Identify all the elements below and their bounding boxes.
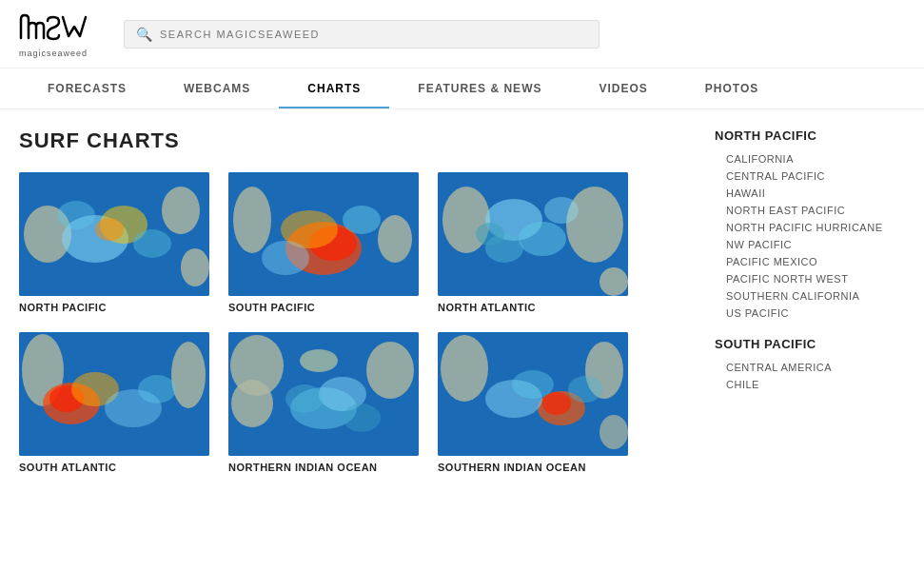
chart-item-southern-indian[interactable]: SOUTHERN INDIAN OCEAN (438, 332, 628, 473)
page-title: SURF CHARTS (19, 128, 686, 153)
svg-point-18 (566, 187, 623, 263)
sidebar-link-chile[interactable]: CHILE (715, 376, 905, 393)
svg-point-10 (233, 187, 271, 253)
charts-content: SURF CHARTS (19, 128, 686, 473)
sidebar-link-north-pacific-hurricane[interactable]: NORTH PACIFIC HURRICANE (715, 219, 905, 236)
search-bar[interactable]: 🔍 (124, 20, 600, 49)
logo-subtitle: magicseaweed (19, 49, 88, 58)
chart-item-south-atlantic[interactable]: SOUTH ATLANTIC (19, 332, 209, 473)
chart-label-north-pacific: NORTH PACIFIC (19, 302, 209, 313)
sidebar-link-nw-pacific[interactable]: NW PACIFIC (715, 236, 905, 253)
chart-item-north-pacific[interactable]: NORTH PACIFIC (19, 172, 209, 313)
header: magicseaweed 🔍 (0, 0, 924, 69)
svg-point-37 (366, 342, 414, 399)
nav-charts[interactable]: CHARTS (279, 69, 389, 108)
svg-point-24 (544, 197, 579, 224)
svg-point-42 (343, 404, 381, 432)
chart-image-southern-indian (438, 332, 628, 456)
nav-webcams[interactable]: WEBCAMS (155, 69, 279, 108)
sidebar-link-pacific-mexico[interactable]: PACIFIC MEXICO (715, 253, 905, 270)
chart-item-north-atlantic[interactable]: NORTH ATLANTIC (438, 172, 628, 313)
svg-point-6 (95, 218, 124, 241)
sidebar-link-pacific-north-west[interactable]: PACIFIC NORTH WEST (715, 270, 905, 287)
sidebar-link-us-pacific[interactable]: US PACIFIC (715, 305, 905, 322)
chart-label-southern-indian: SOUTHERN INDIAN OCEAN (438, 462, 628, 473)
chart-grid: NORTH PACIFIC (19, 172, 686, 473)
sidebar-link-southern-california[interactable]: SOUTHERN CALIFORNIA (715, 287, 905, 305)
svg-point-41 (285, 384, 324, 413)
map-svg-south-pacific (228, 172, 419, 296)
chart-image-northern-indian (228, 332, 419, 456)
svg-point-36 (231, 380, 273, 427)
logo-text (19, 10, 95, 49)
sidebar-link-north-east-pacific[interactable]: NORTH EAST PACIFIC (715, 202, 905, 219)
logo[interactable]: magicseaweed (19, 10, 105, 58)
chart-label-northern-indian: NORTHERN INDIAN OCEAN (228, 462, 419, 473)
sidebar-section-title-south-pacific: SOUTH PACIFIC (715, 337, 905, 351)
search-input[interactable] (160, 29, 587, 40)
svg-point-15 (343, 206, 381, 234)
nav-videos[interactable]: VIDEOS (570, 69, 676, 108)
sidebar-link-central-pacific[interactable]: CENTRAL PACIFIC (715, 167, 905, 185)
svg-point-46 (600, 415, 628, 449)
main-nav: FORECASTS WEBCAMS CHARTS FEATURES & NEWS… (0, 69, 924, 109)
chart-image-south-atlantic (19, 332, 209, 456)
main-content: SURF CHARTS (0, 109, 924, 492)
svg-point-28 (171, 342, 206, 408)
chart-item-northern-indian[interactable]: NORTHERN INDIAN OCEAN (228, 332, 419, 473)
chart-label-north-atlantic: NORTH ATLANTIC (438, 302, 628, 313)
sidebar-link-california[interactable]: CALIFORNIA (715, 150, 905, 167)
svg-point-44 (441, 335, 488, 402)
svg-point-11 (378, 215, 412, 263)
nav-photos[interactable]: PHOTOS (677, 69, 787, 108)
sidebar-link-central-america[interactable]: CENTRAL AMERICA (715, 359, 905, 376)
nav-features[interactable]: FEATURES & NEWS (389, 69, 570, 108)
svg-point-48 (542, 392, 571, 415)
svg-point-2 (162, 187, 200, 234)
svg-point-25 (476, 223, 504, 246)
map-svg-north-atlantic (438, 172, 628, 296)
chart-image-north-atlantic (438, 172, 628, 296)
svg-point-7 (133, 229, 171, 258)
chart-image-south-pacific (228, 172, 419, 296)
chart-image-north-pacific (19, 172, 209, 296)
map-svg-southern-indian (438, 332, 628, 456)
chart-item-south-pacific[interactable]: SOUTH PACIFIC (228, 172, 419, 313)
map-svg-south-atlantic (19, 332, 209, 456)
svg-point-38 (300, 349, 338, 372)
map-svg-northern-indian (228, 332, 419, 456)
sidebar-link-hawaii[interactable]: HAWAII (715, 185, 905, 202)
search-icon: 🔍 (136, 27, 152, 42)
svg-point-50 (512, 370, 554, 399)
sidebar: NORTH PACIFIC CALIFORNIA CENTRAL PACIFIC… (715, 128, 905, 473)
svg-point-8 (57, 201, 95, 229)
logo-svg (19, 10, 95, 44)
chart-label-south-pacific: SOUTH PACIFIC (228, 302, 419, 313)
nav-forecasts[interactable]: FORECASTS (19, 69, 155, 108)
svg-point-20 (600, 267, 628, 296)
chart-label-south-atlantic: SOUTH ATLANTIC (19, 462, 209, 473)
svg-point-22 (519, 222, 566, 256)
svg-point-16 (262, 241, 309, 275)
svg-point-3 (181, 248, 209, 286)
map-svg-north-pacific (19, 172, 209, 296)
sidebar-section-title-north-pacific: NORTH PACIFIC (715, 128, 905, 143)
svg-point-51 (568, 376, 602, 403)
svg-point-33 (138, 375, 176, 404)
